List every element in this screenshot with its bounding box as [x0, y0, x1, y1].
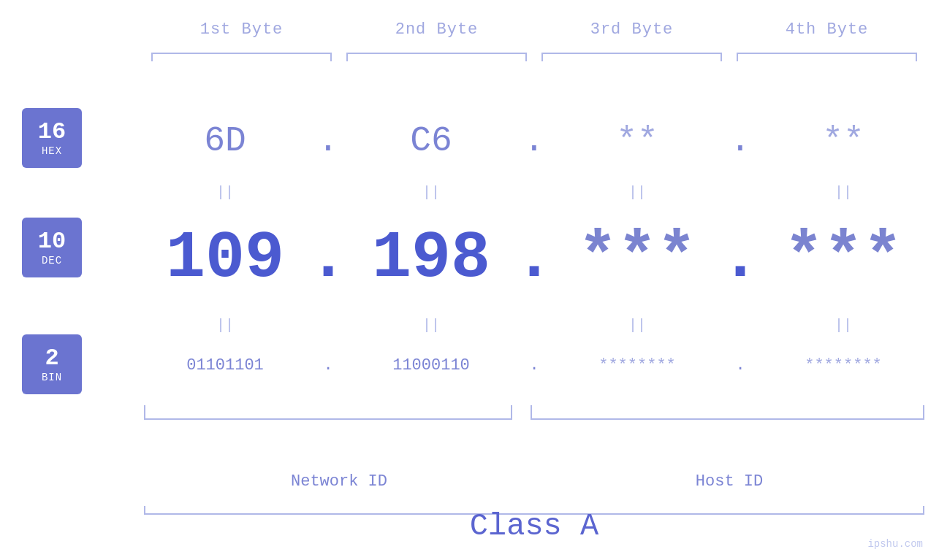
main-container: 1st Byte 2nd Byte 3rd Byte 4th Byte 16 H… — [0, 0, 939, 560]
bin-sep3: . — [718, 356, 762, 375]
hex-byte2: C6 — [350, 121, 512, 161]
bin-byte1: 01101101 — [144, 356, 306, 375]
bin-badge-number: 2 — [45, 345, 58, 371]
bracket-byte4 — [737, 53, 917, 66]
network-id-label: Network ID — [144, 472, 534, 491]
hex-byte3: ** — [556, 121, 718, 161]
bin-byte3: ******** — [556, 356, 718, 375]
host-bracket — [531, 405, 924, 420]
eq2-byte4: || — [762, 317, 924, 334]
eq2-byte2: || — [350, 317, 512, 334]
id-labels: Network ID Host ID — [144, 472, 924, 491]
bin-byte4: ******** — [762, 356, 924, 375]
bin-row: 01101101 . 11000110 . ******** . *******… — [144, 336, 924, 394]
hex-byte1: 6D — [144, 121, 306, 161]
eq1-byte2: || — [350, 184, 512, 201]
hex-badge-number: 16 — [38, 119, 66, 145]
hex-badge-name: HEX — [42, 145, 62, 157]
dec-byte4: *** — [762, 221, 924, 296]
dec-badge-number: 10 — [38, 229, 66, 254]
hex-sep2: . — [512, 121, 556, 161]
network-bracket — [144, 405, 512, 420]
dec-sep3: . — [718, 221, 762, 296]
equals-row-1: || || || || — [144, 174, 924, 210]
bin-badge: 2 BIN — [22, 334, 82, 394]
eq1-byte1: || — [144, 184, 306, 201]
host-id-label: Host ID — [534, 472, 924, 491]
bin-sep2: . — [512, 356, 556, 375]
hex-row: 6D . C6 . ** . ** — [144, 108, 924, 174]
dec-byte2: 198 — [350, 221, 512, 296]
bin-byte2: 11000110 — [350, 356, 512, 375]
eq2-byte3: || — [556, 317, 718, 334]
hex-badge: 16 HEX — [22, 108, 82, 168]
watermark: ipshu.com — [867, 538, 923, 550]
class-label: Class A — [144, 509, 924, 544]
bracket-byte3 — [541, 53, 722, 66]
bottom-brackets-section — [144, 405, 924, 434]
eq1-byte3: || — [556, 184, 718, 201]
eq1-byte4: || — [762, 184, 924, 201]
byte2-header: 2nd Byte — [339, 20, 534, 39]
dec-byte1: 109 — [144, 221, 306, 296]
dec-badge-name: DEC — [42, 255, 62, 266]
dec-byte3: *** — [556, 221, 718, 296]
byte3-header: 3rd Byte — [534, 20, 729, 39]
dec-sep2: . — [512, 221, 556, 296]
top-brackets — [144, 53, 924, 66]
bin-sep1: . — [306, 356, 350, 375]
hex-byte4: ** — [762, 121, 924, 161]
bin-badge-name: BIN — [42, 372, 62, 383]
bracket-byte2 — [346, 53, 527, 66]
bracket-byte1 — [151, 53, 332, 66]
hex-sep3: . — [718, 121, 762, 161]
byte4-header: 4th Byte — [729, 20, 924, 39]
hex-sep1: . — [306, 121, 350, 161]
dec-row: 109 . 198 . *** . *** — [144, 208, 924, 296]
byte1-header: 1st Byte — [144, 20, 339, 39]
dec-sep1: . — [306, 221, 350, 296]
dec-badge: 10 DEC — [22, 218, 82, 277]
eq2-byte1: || — [144, 317, 306, 334]
byte-headers: 1st Byte 2nd Byte 3rd Byte 4th Byte — [144, 20, 924, 39]
